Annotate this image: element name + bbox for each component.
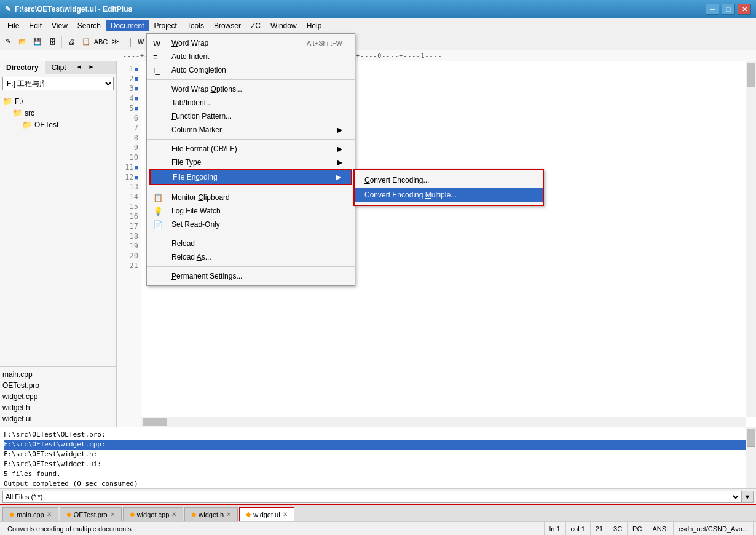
line-17: 17 xyxy=(117,221,141,231)
menu-file-type[interactable]: File Type ▶ xyxy=(147,156,355,169)
output-panel: F:\src\OETest\OETest.pro: F:\src\OETest\… xyxy=(0,427,756,488)
menu-document[interactable]: Document xyxy=(106,20,149,31)
convert-encoding-multiple-item[interactable]: Convert Encoding Multiple... xyxy=(355,188,543,202)
menu-reload[interactable]: Reload xyxy=(147,237,355,250)
close-button[interactable]: ✕ xyxy=(738,4,751,15)
tab-bar: ◆ main.cpp ✕ ◆ OETest.pro ✕ ◆ widget.cpp… xyxy=(0,504,756,521)
files-filter-select[interactable]: All Files (*.*) xyxy=(2,491,741,503)
menu-browser[interactable]: Browser xyxy=(209,20,246,31)
maximize-button[interactable]: □ xyxy=(722,4,735,15)
tab-close-main-cpp[interactable]: ✕ xyxy=(47,511,52,518)
set-read-only-icon: 📄 xyxy=(153,220,163,229)
menu-file-format[interactable]: File Format (CR/LF) ▶ xyxy=(147,142,355,156)
convert-encoding-item[interactable]: Convert Encoding... xyxy=(355,173,543,188)
scrollbar-thumb-v[interactable] xyxy=(747,63,755,87)
save-all-button[interactable]: 🗄 xyxy=(45,35,59,49)
menu-edit[interactable]: Edit xyxy=(24,20,47,31)
title-bar: ✎ F:\src\OETest\widget.ui - EditPlus ─ □… xyxy=(0,0,756,18)
menu-project[interactable]: Project xyxy=(149,20,182,31)
menu-set-read-only[interactable]: 📄 Set Read-Only xyxy=(147,218,355,231)
document-menu: W Word Wrap Alt+Shift+W ≡ Auto Indent f_… xyxy=(146,33,355,286)
menu-reload-as[interactable]: Reload As... xyxy=(147,250,355,264)
menu-word-wrap-options[interactable]: Word Wrap Options... xyxy=(147,82,355,96)
tab-close-oetest-pro[interactable]: ✕ xyxy=(110,511,115,518)
menu-view[interactable]: View xyxy=(47,20,73,31)
menu-permanent-settings[interactable]: Permanent Settings... xyxy=(147,269,355,283)
tab-close-widget-cpp[interactable]: ✕ xyxy=(171,511,176,518)
scrollbar-vertical[interactable] xyxy=(746,61,756,417)
file-widget-h[interactable]: widget.h xyxy=(2,402,114,413)
output-line-2[interactable]: F:\src\OETest\widget.cpp: xyxy=(4,440,752,450)
status-hex-text: 3C xyxy=(613,525,622,533)
tree-item-oetest[interactable]: 📁 OETest xyxy=(22,119,114,130)
menu-file-encoding[interactable]: File Encoding ▶ xyxy=(149,169,352,185)
tree-item-root[interactable]: 📁 F:\ xyxy=(2,95,114,107)
tab-icon-oetest-pro: ◆ xyxy=(66,510,71,518)
menu-log-file-watch[interactable]: 💡 Log File Watch xyxy=(147,204,355,218)
tab-widget-ui[interactable]: ◆ widget.ui ✕ xyxy=(239,507,294,521)
file-widget-cpp[interactable]: widget.cpp xyxy=(2,391,114,402)
spell-check-button[interactable]: ABC xyxy=(94,35,108,49)
scrollbar-horizontal[interactable] xyxy=(141,417,746,427)
line-marker-12: ■ xyxy=(135,174,138,180)
directory-dropdown[interactable]: F:] 工程与库 xyxy=(2,77,114,90)
line-11: 11■ xyxy=(117,162,141,172)
file-widget-ui[interactable]: widget.ui xyxy=(2,413,114,424)
menu-zc[interactable]: ZC xyxy=(246,20,266,31)
menu-word-wrap[interactable]: W Word Wrap Alt+Shift+W xyxy=(147,36,355,50)
print-button[interactable]: 🖨 xyxy=(65,35,78,49)
tab-widget-cpp[interactable]: ◆ widget.cpp ✕ xyxy=(123,507,184,521)
output-line-6: Output completed (0 sec consumed) xyxy=(4,479,752,488)
output-scrollbar[interactable] xyxy=(746,427,756,488)
line-7: 7 xyxy=(117,123,141,133)
file-oetest-pro[interactable]: OETest.pro xyxy=(2,380,114,391)
tab-close-widget-h[interactable]: ✕ xyxy=(226,511,231,518)
menu-column-marker[interactable]: Column Marker ▶ xyxy=(147,123,355,137)
output-line-4: F:\src\OETest\widget.ui: xyxy=(4,459,752,469)
clipt-tab[interactable]: Clipt xyxy=(45,61,73,74)
menu-function-pattern[interactable]: Function Pattern... xyxy=(147,109,355,123)
status-encoding-text: ANSI xyxy=(652,525,668,533)
tab-main-cpp[interactable]: ◆ main.cpp ✕ xyxy=(2,507,58,521)
sidebar-prev-arrow[interactable]: ◄ xyxy=(73,61,85,74)
menu-tab-indent[interactable]: Tab/Indent... xyxy=(147,96,355,109)
tab-icon-main-cpp: ◆ xyxy=(9,510,14,518)
file-tree: 📁 F:\ 📁 src 📁 OETest xyxy=(0,93,116,366)
tab-close-widget-ui[interactable]: ✕ xyxy=(283,511,288,518)
tab-oetest-pro[interactable]: ◆ OETest.pro ✕ xyxy=(60,507,122,521)
open-button[interactable]: 📂 xyxy=(16,35,30,49)
save-button[interactable]: 💾 xyxy=(31,35,44,49)
auto-completion-icon: f_ xyxy=(153,66,160,75)
title-bar-controls: ─ □ ✕ xyxy=(706,4,751,15)
menu-window[interactable]: Window xyxy=(266,20,302,31)
status-ln-text: ln 1 xyxy=(549,525,561,533)
toolbar-btn-5[interactable]: ≫ xyxy=(109,35,122,49)
sidebar-next-arrow[interactable]: ► xyxy=(85,61,98,74)
menu-monitor-clipboard[interactable]: 📋 Monitor Clipboard xyxy=(147,191,355,204)
tb-w[interactable]: W xyxy=(134,35,148,49)
tab-widget-h[interactable]: ◆ widget.h ✕ xyxy=(184,507,238,521)
status-message-text: Converts encoding of multiple documents xyxy=(7,525,132,533)
print-preview-button[interactable]: 📋 xyxy=(79,35,93,49)
tab-icon-widget-ui: ◆ xyxy=(246,510,251,518)
output-scrollbar-thumb[interactable] xyxy=(747,429,755,447)
toolbar-divider: | xyxy=(128,36,133,47)
menu-auto-completion[interactable]: f_ Auto Completion xyxy=(147,63,355,77)
menu-tools[interactable]: Tools xyxy=(182,20,209,31)
directory-tab[interactable]: Directory xyxy=(0,61,45,74)
status-bar: Converts encoding of multiple documents … xyxy=(0,521,756,535)
tree-item-label: F:\ xyxy=(15,97,23,106)
menu-file[interactable]: File xyxy=(2,20,24,31)
file-main-cpp[interactable]: main.cpp xyxy=(2,369,114,380)
folder-icon-src: 📁 xyxy=(12,108,22,117)
menu-help[interactable]: Help xyxy=(302,20,327,31)
menu-auto-indent[interactable]: ≡ Auto Indent xyxy=(147,50,355,63)
scrollbar-thumb-h[interactable] xyxy=(143,418,167,426)
file-encoding-submenu: Convert Encoding... Convert Encoding Mul… xyxy=(353,169,544,206)
files-filter-btn[interactable]: ▼ xyxy=(741,491,754,503)
tree-item-src[interactable]: 📁 src xyxy=(12,107,114,119)
new-button[interactable]: ✎ xyxy=(1,35,15,49)
minimize-button[interactable]: ─ xyxy=(706,4,719,15)
line-13: 13 xyxy=(117,182,141,192)
menu-search[interactable]: Search xyxy=(73,20,106,31)
